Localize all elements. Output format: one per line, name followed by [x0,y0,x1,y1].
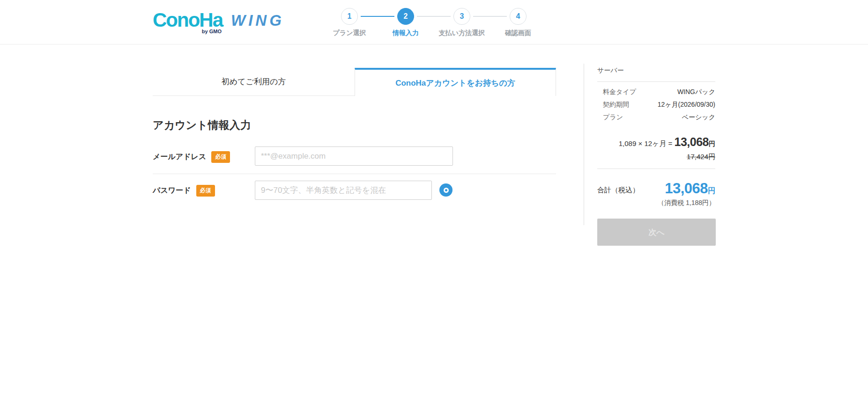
step-1-label: プラン選択 [321,29,378,37]
price-type-value: WINGパック [677,88,715,96]
tab-existing-conoha-account[interactable]: ConoHaアカウントをお持ちの方 [355,68,556,96]
total-unit: 円 [708,187,715,195]
contract-period-label: 契約期間 [597,101,629,109]
eye-icon [444,188,449,193]
price-type-label: 料金タイプ [597,88,636,96]
stepper-connector-1-2 [361,16,394,17]
step-3-circle: 3 [453,8,470,25]
password-required-badge: 必須 [196,185,215,197]
stepper-connector-3-4 [473,16,507,17]
contract-period-value: 12ヶ月(2026/09/30) [658,101,715,109]
page-title: アカウント情報入力 [153,118,251,132]
total-amount: 13,068 [665,180,708,197]
price-calc-formula: 1,089 × 12ヶ月 = [619,139,675,147]
account-type-tabs: 初めてご利用の方 ConoHaアカウントをお持ちの方 [153,68,556,96]
plan-detail-rows: 料金タイプ WINGパック 契約期間 12ヶ月(2026/09/30) プラン … [597,82,715,128]
conoha-logo: ConoHa by GMO [153,10,223,30]
password-visibility-toggle[interactable] [439,183,453,197]
form-row-divider [153,174,556,174]
stepper-connector-2-3 [417,16,451,17]
total-label: 合計（税込） [597,186,639,195]
step-2-circle: 2 [397,8,414,25]
sidebar-title: サーバー [597,64,715,82]
email-label-row: メールアドレス 必須 [153,151,230,163]
plan-value: ベーシック [682,113,715,122]
header: ConoHa by GMO WING 1 プラン選択 2 情報入力 3 支払い方… [0,0,868,44]
by-gmo-logo-text: by GMO [202,29,222,34]
wing-logo-text: WING [231,13,284,28]
order-summary-sidebar: サーバー 料金タイプ WINGパック 契約期間 12ヶ月(2026/09/30)… [584,64,715,225]
tax-note: （消費税 1,188円） [658,199,715,207]
conoha-wing-logo[interactable]: ConoHa by GMO WING [153,10,284,30]
step-2-info-input: 2 情報入力 [378,8,434,37]
step-4-label: 確認画面 [490,29,546,37]
table-row: プラン ベーシック [597,113,715,122]
tab-first-time-user[interactable]: 初めてご利用の方 [153,68,355,95]
total-row: 合計（税込） 13,068円 （消費税 1,188円） [597,180,715,207]
email-input[interactable] [255,146,453,166]
price-calc-amount: 13,068 [675,135,709,148]
email-label: メールアドレス [153,152,206,162]
price-calc-unit: 円 [709,140,715,147]
password-input[interactable] [255,181,432,200]
total-amount-block: 13,068円 （消費税 1,188円） [658,180,715,207]
price-calculation: 1,089 × 12ヶ月 = 13,068円 [597,135,715,149]
step-1-plan-select: 1 プラン選択 [321,8,378,37]
next-button[interactable]: 次へ [597,219,716,246]
table-row: 料金タイプ WINGパック [597,88,715,96]
password-label: パスワード [153,186,191,196]
table-row: 契約期間 12ヶ月(2026/09/30) [597,101,715,109]
step-4-confirm: 4 確認画面 [490,8,546,37]
step-3-payment-select: 3 支払い方法選択 [434,8,490,37]
password-label-row: パスワード 必須 [153,185,215,197]
step-2-label: 情報入力 [378,29,434,37]
step-1-circle: 1 [341,8,358,25]
step-4-circle: 4 [510,8,527,25]
email-required-badge: 必須 [211,151,230,163]
plan-label: プラン [597,113,623,122]
step-3-label: 支払い方法選択 [434,29,490,37]
conoha-logo-text: ConoHa [153,9,223,31]
original-price-strikethrough: 17,424円 [597,153,715,169]
